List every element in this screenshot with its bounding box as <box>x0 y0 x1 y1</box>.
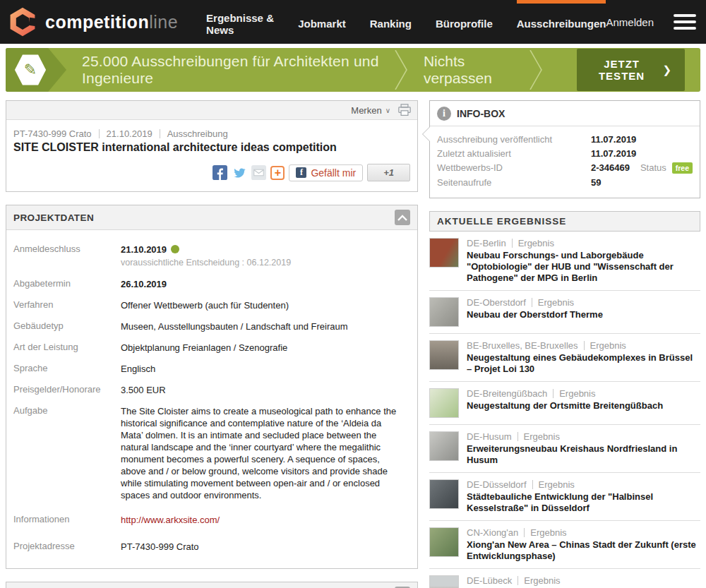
result-item[interactable]: DE-Breitengüßbach Ergebnis Neugestaltung… <box>429 382 700 425</box>
article-date: 21.10.2019 <box>107 128 152 139</box>
email-share-button[interactable] <box>251 165 266 180</box>
info-row: Ausschreibung veröffentlicht 11.07.2019 <box>437 132 693 146</box>
jetzt-testen-button[interactable]: JETZT TESTEN ❯ <box>577 49 685 91</box>
field-label-gebaeudetyp: Gebäudetyp <box>13 320 121 332</box>
result-tag: Ergebnis <box>538 297 574 308</box>
result-item[interactable]: DE-Lübeck Ergebnis Neubau eines Hotels a… <box>429 569 700 588</box>
results-list: DE-Berlin Ergebnis Neubau Forschungs- un… <box>429 232 700 588</box>
more-share-button[interactable]: + <box>270 166 285 180</box>
field-row: Verfahren Offener Wettbewerb (auch für S… <box>13 294 409 316</box>
print-button[interactable] <box>397 104 412 116</box>
result-thumbnail <box>429 575 459 588</box>
result-meta: DE-Düsseldorf Ergebnis <box>467 479 699 490</box>
field-value-anmeldeschluss: 21.10.2019 <box>121 244 167 255</box>
status-label: Status <box>640 162 666 173</box>
collapse-button[interactable] <box>395 210 410 225</box>
result-meta: DE-Breitengüßbach Ergebnis <box>467 388 663 399</box>
separator <box>160 129 160 138</box>
logo[interactable]: competitionline <box>7 0 178 44</box>
separator <box>532 298 532 307</box>
promo-banner: ✎ 25.000 Ausschreibungen für Architekten… <box>6 48 700 92</box>
field-label-informationen: Informationen <box>13 514 121 526</box>
result-meta: DE-Husum Ergebnis <box>467 431 699 442</box>
brand-name: competitionline <box>45 12 178 32</box>
nav-ranking[interactable]: Ranking <box>370 0 412 44</box>
field-value-gebaeudetyp: Museen, Ausstellungsbauten / Landschaft … <box>121 320 409 332</box>
chevron-up-icon <box>397 215 407 221</box>
merken-button[interactable]: Merken ∨ <box>351 105 390 116</box>
result-thumbnail <box>429 297 459 327</box>
projektdaten-card: PROJEKTDATEN Anmeldeschluss 21.10.2019 v… <box>6 205 418 569</box>
field-label-verfahren: Verfahren <box>13 299 121 311</box>
result-item[interactable]: BE-Bruxelles, BE-Bruxelles Ergebnis Neug… <box>429 334 700 382</box>
field-value-projektadresse: PT-7430-999 Crato <box>121 541 409 553</box>
result-location: DE-Husum <box>467 431 512 442</box>
plusone-button[interactable]: +1 <box>367 164 410 181</box>
result-location: DE-Berlin <box>467 238 506 248</box>
results-title: AKTUELLE ERGEBNISSE <box>437 216 693 227</box>
result-thumbnail <box>429 479 459 509</box>
nav-bueroprofile[interactable]: Büroprofile <box>436 0 493 44</box>
anzeigentext-header: ANZEIGENTEXT AUSSCHREIBUNG <box>6 582 417 588</box>
hamburger-menu-icon[interactable] <box>674 0 696 44</box>
field-row: Preisgelder/Honorare 3.500 EUR <box>13 379 409 400</box>
result-meta: DE-Oberstdorf Ergebnis <box>467 297 603 308</box>
result-tag: Ergebnis <box>524 431 560 442</box>
updated-label: Zuletzt aktualisiert <box>437 148 591 159</box>
field-label-leistung: Art der Leistung <box>13 342 121 354</box>
result-item[interactable]: DE-Düsseldorf Ergebnis Städtebauliche En… <box>429 473 700 521</box>
anzeigentext-card: ANZEIGENTEXT AUSSCHREIBUNG Liegt nicht v… <box>6 582 418 588</box>
like-button[interactable]: f Gefällt mir <box>289 164 363 181</box>
result-location: DE-Düsseldorf <box>467 479 527 490</box>
nav-jobmarkt[interactable]: Jobmarkt <box>298 0 346 44</box>
wettbewerbs-id-label: Wettbewerbs-ID <box>437 162 591 173</box>
result-item[interactable]: DE-Oberstdorf Ergebnis Neubau der Oberst… <box>429 291 700 334</box>
status-dot-icon <box>171 245 179 253</box>
article-card: Merken ∨ PT-7430-999 Crato 21.10.2019 <box>6 100 418 192</box>
separator <box>99 129 100 138</box>
nav-ausschreibungen[interactable]: Ausschreibungen <box>517 0 606 44</box>
share-bar: + f Gefällt mir +1 <box>13 164 410 181</box>
result-thumbnail <box>429 238 459 268</box>
main-nav: Ergebnisse & News Jobmarkt Ranking Bürop… <box>206 0 606 44</box>
info-box-body: Ausschreibung veröffentlicht 11.07.2019 … <box>430 126 700 198</box>
informationen-link[interactable]: http://www.arkxsite.com/ <box>121 515 220 525</box>
result-thumbnail <box>429 388 459 418</box>
result-meta: CN-Xiong'an Ergebnis <box>467 527 699 538</box>
result-title: Neubau Forschungs- und Laborgebäude "Opt… <box>467 250 699 284</box>
result-meta: BE-Bruxelles, BE-Bruxelles Ergebnis <box>467 340 699 351</box>
result-thumbnail <box>429 340 459 370</box>
info-row: Zuletzt aktualisiert 11.07.2019 <box>437 146 693 160</box>
field-row: Projektadresse PT-7430-999 Crato <box>13 531 409 558</box>
result-item[interactable]: DE-Husum Ergebnis Erweiterungsneubau Kre… <box>429 425 700 473</box>
page-title: SITE CLOISTER international architecture… <box>13 141 410 154</box>
result-location: DE-Oberstdorf <box>467 297 526 308</box>
top-nav-bar: competitionline Ergebnisse & News Jobmar… <box>0 0 706 44</box>
result-tag: Ergebnis <box>518 238 554 248</box>
field-value-aufgabe: The Site Cloister aims to create a museo… <box>121 405 400 501</box>
like-label: Gefällt mir <box>311 167 356 179</box>
article-toolbar: Merken ∨ <box>6 101 417 120</box>
field-row: Sprache Englisch <box>13 358 409 379</box>
field-row: Gebäudetyp Museen, Ausstellungsbauten / … <box>13 316 409 337</box>
nav-ergebnisse-news[interactable]: Ergebnisse & News <box>206 0 274 44</box>
field-label-sprache: Sprache <box>13 363 121 375</box>
field-label-anmeldeschluss: Anmeldeschluss <box>13 244 121 269</box>
twitter-icon <box>232 166 247 180</box>
field-value-sprache: Englisch <box>121 363 409 375</box>
result-location: DE-Lübeck <box>467 575 512 586</box>
right-sidebar: i INFO-BOX Ausschreibung veröffentlicht … <box>429 100 700 588</box>
results-header: AKTUELLE ERGEBNISSE <box>429 211 700 232</box>
login-link[interactable]: Anmelden <box>606 0 654 44</box>
result-text: DE-Düsseldorf Ergebnis Städtebauliche En… <box>467 479 699 514</box>
logo-icon <box>7 6 38 37</box>
result-text: DE-Oberstdorf Ergebnis Neubau der Oberst… <box>467 297 603 327</box>
result-item[interactable]: DE-Berlin Ergebnis Neubau Forschungs- un… <box>429 232 700 291</box>
twitter-share-button[interactable] <box>232 166 247 180</box>
field-note-entscheidung: voraussichtliche Entscheidung : 06.12.20… <box>121 257 409 269</box>
facebook-share-button[interactable] <box>213 165 227 180</box>
info-icon: i <box>437 107 451 121</box>
field-row: Anmeldeschluss 21.10.2019 voraussichtlic… <box>13 239 409 273</box>
result-text: CN-Xiong'an Ergebnis Xiong'an New Area –… <box>467 527 699 562</box>
result-item[interactable]: CN-Xiong'an Ergebnis Xiong'an New Area –… <box>429 521 700 569</box>
